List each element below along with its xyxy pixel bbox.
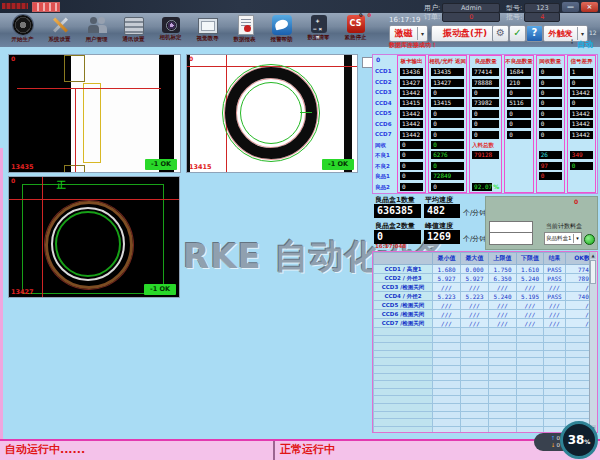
- settings-gear-button[interactable]: ⚙: [492, 25, 509, 42]
- measure-empty-cell: [489, 358, 517, 366]
- stat-value-box: 0: [472, 131, 499, 139]
- stat-value-box: 97: [539, 162, 562, 170]
- measure-row[interactable]: CCD2 / 外径35.9275.9276.3505.240PASS78911: [374, 274, 590, 283]
- measure-cell: ///: [566, 319, 590, 328]
- stats-cell: [505, 171, 533, 181]
- camera1-bright-region: [174, 55, 180, 172]
- toolbar-item-alarm-help[interactable]: 报警帮助: [263, 13, 300, 49]
- scroll-up-icon[interactable]: ▲: [590, 252, 596, 259]
- camera-view-1[interactable]: 0 13435 -1 OK: [8, 54, 181, 173]
- measure-empty-cell: [517, 365, 544, 373]
- stats-row-label: 回收: [373, 140, 396, 151]
- measure-empty-cell: [461, 388, 489, 396]
- measure-empty-cell: [461, 335, 489, 343]
- stats-cell: 92.07%: [470, 182, 501, 192]
- measure-empty-cell: [461, 396, 489, 404]
- stat-value-box: 13435: [431, 68, 464, 76]
- measure-cell: CCD2 / 外径3: [374, 274, 433, 283]
- batch-label: 批号:: [506, 12, 522, 22]
- stats-cell: 210: [505, 77, 533, 87]
- box2-count: 0: [374, 230, 421, 244]
- measure-empty-cell: [566, 403, 590, 411]
- toolbar-item-start-production[interactable]: 开始生产: [4, 13, 41, 49]
- confirm-button[interactable]: ✓: [509, 25, 526, 42]
- measure-empty-cell: [461, 403, 489, 411]
- measure-empty-cell: [517, 373, 544, 381]
- minimize-button[interactable]: —: [562, 2, 579, 12]
- help-button[interactable]: ?: [526, 25, 543, 42]
- close-button[interactable]: ×: [581, 2, 598, 12]
- measure-cell: 74006: [566, 292, 590, 301]
- stats-cell: 72849: [429, 171, 466, 181]
- current-box-select[interactable]: 良品料盒1 ▾: [544, 232, 582, 245]
- measure-empty-cell: [489, 335, 517, 343]
- stats-column-header: 信号差异: [568, 56, 595, 67]
- stats-cell: [470, 161, 501, 171]
- measure-row[interactable]: CCD1 / 高度11.6800.0001.7501.610PASS77439: [374, 265, 590, 274]
- toolbar-item-user-management[interactable]: 用户管理: [78, 13, 115, 49]
- toolbar-item-camera-calibration[interactable]: 相机标定: [152, 13, 189, 49]
- stats-cell: [505, 140, 533, 150]
- stats-cell: 0: [470, 129, 501, 139]
- measure-row[interactable]: CCD4 / 外径25.2235.2235.2405.195PASS74006: [374, 292, 590, 301]
- stats-cell: 78888: [470, 77, 501, 87]
- count-input-2[interactable]: [489, 232, 533, 245]
- measure-empty-cell: [489, 396, 517, 404]
- measure-empty-cell: [489, 373, 517, 381]
- magnet-dropdown-button[interactable]: 激磁 ▾: [389, 25, 428, 42]
- toolbar-item-label: 开始生产: [12, 36, 34, 43]
- measure-header: 结果: [544, 253, 566, 265]
- measure-empty-cell: [374, 358, 433, 366]
- toolbar-item-system-settings[interactable]: 系统设置: [41, 13, 78, 49]
- stat-value-box: 0: [431, 89, 464, 97]
- stats-cell: 入料总数: [470, 140, 501, 150]
- vertical-scrollbar[interactable]: ▲ ▼: [589, 252, 597, 432]
- orientation-mark: 正: [57, 179, 66, 192]
- measure-empty-cell: [544, 388, 566, 396]
- measure-cell: ///: [544, 319, 566, 328]
- measure-row[interactable]: CCD3 /检测关闭//////////////////: [374, 283, 590, 292]
- toolbar-item-emergency-stop[interactable]: CS紧急停止00: [337, 13, 374, 49]
- measure-empty-cell: [489, 381, 517, 389]
- measure-empty-cell: [566, 396, 590, 404]
- stats-cell: 77414: [470, 67, 501, 77]
- stat-value-box: 79128: [472, 151, 499, 159]
- toolbar-item-comm-settings[interactable]: 通讯设置: [115, 13, 152, 49]
- scrollbar-thumb[interactable]: [590, 260, 596, 284]
- stats-cell: 13442: [398, 119, 425, 129]
- measure-cell: ///: [489, 319, 517, 328]
- measure-row[interactable]: CCD6 /检测关闭//////////////////: [374, 310, 590, 319]
- toolbar-item-data-clear[interactable]: +−×=数据清零: [300, 13, 337, 49]
- stat-value-box: 13442: [400, 110, 423, 118]
- stat-value-box: 0: [507, 120, 531, 128]
- stats-cell: 0: [537, 171, 564, 181]
- toolbar-item-data-report[interactable]: 数据报表: [226, 13, 263, 49]
- measure-cell: ///: [433, 283, 461, 292]
- stats-cell: 13415: [429, 98, 466, 108]
- measure-empty-row: [374, 358, 590, 366]
- stats-row-label: CCD7: [373, 129, 396, 140]
- measure-row[interactable]: CCD5 /检测关闭//////////////////: [374, 301, 590, 310]
- measure-row[interactable]: CCD7 /检测关闭//////////////////: [374, 319, 590, 328]
- stats-cell: 0: [429, 119, 466, 129]
- measure-empty-cell: [433, 373, 461, 381]
- stats-cell: [505, 182, 533, 192]
- stat-value-box: 78888: [472, 79, 499, 87]
- measure-empty-cell: [461, 343, 489, 351]
- camera-view-2[interactable]: 0 13415 -1 OK: [186, 54, 358, 173]
- stat-value-box: 0: [472, 120, 499, 128]
- camera-view-3[interactable]: 正 0 13427 -1 OK: [8, 176, 180, 298]
- measure-empty-cell: [566, 358, 590, 366]
- chevron-down-icon[interactable]: ▾: [417, 27, 427, 40]
- stats-cell: 13415: [398, 98, 425, 108]
- toolbar-item-vision-teaching[interactable]: 视觉教导: [189, 13, 226, 49]
- measure-empty-cell: [461, 373, 489, 381]
- measure-empty-cell: [517, 388, 544, 396]
- stats-cell: 0: [505, 109, 533, 119]
- camera-overlay-code: 13435: [11, 163, 34, 171]
- chevron-down-icon[interactable]: ▾: [573, 234, 581, 243]
- memory-percent-badge[interactable]: 38%: [560, 421, 598, 459]
- measure-cell: 5.223: [461, 292, 489, 301]
- measure-empty-cell: [374, 426, 433, 432]
- measure-empty-cell: [433, 358, 461, 366]
